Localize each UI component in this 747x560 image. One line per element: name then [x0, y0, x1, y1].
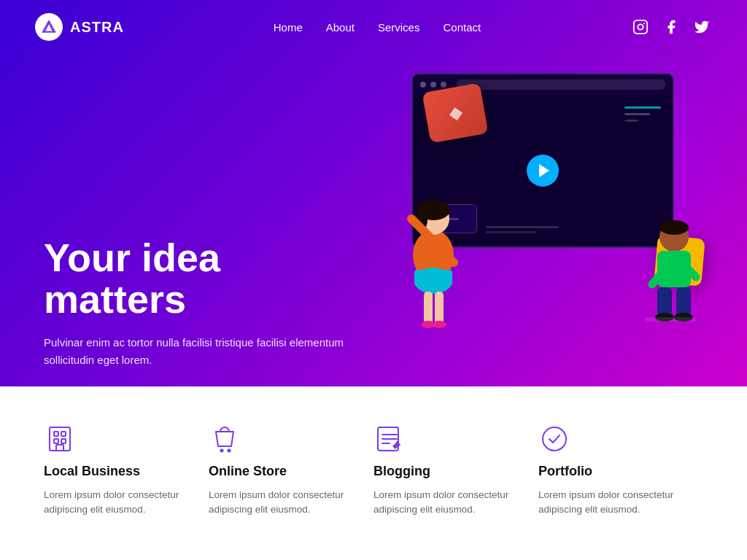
facebook-icon[interactable] — [661, 17, 681, 37]
browser-dot-2 — [430, 82, 436, 88]
svg-rect-30 — [54, 439, 58, 443]
feature-desc-0: Lorem ipsum dolor consectetur adipiscing… — [44, 488, 194, 518]
play-button — [527, 155, 559, 187]
building-icon — [44, 423, 76, 455]
feature-title-0: Local Business — [44, 464, 194, 479]
floating-image-card — [422, 83, 489, 144]
logo-text: ASTRA — [70, 19, 124, 36]
svg-rect-27 — [50, 427, 70, 451]
svg-point-33 — [221, 450, 223, 452]
svg-rect-12 — [435, 292, 444, 324]
browser-dot-1 — [420, 82, 426, 88]
check-circle-icon — [538, 423, 570, 455]
character-woman — [390, 168, 484, 357]
feature-desc-3: Lorem ipsum dolor consectetur adipiscing… — [538, 488, 689, 518]
svg-point-39 — [543, 427, 566, 451]
feature-desc-2: Lorem ipsum dolor consectetur adipiscing… — [374, 488, 524, 518]
svg-point-18 — [659, 220, 689, 235]
nav-contact[interactable]: Contact — [443, 21, 481, 34]
nav-home[interactable]: Home — [274, 21, 303, 34]
browser-url-bar — [457, 79, 665, 90]
svg-point-34 — [228, 450, 231, 452]
svg-rect-2 — [634, 20, 647, 34]
feature-title-3: Portfolio — [538, 464, 689, 479]
feature-card-online-store: Online Store Lorem ipsum dolor consectet… — [209, 423, 374, 518]
svg-rect-11 — [424, 292, 433, 324]
browser-lines — [624, 106, 661, 122]
logo-area: ASTRA — [35, 13, 124, 41]
nav-services[interactable]: Services — [378, 21, 420, 34]
twitter-icon[interactable] — [692, 17, 712, 37]
browser-dot-3 — [441, 82, 446, 88]
svg-rect-28 — [54, 432, 58, 436]
svg-rect-31 — [61, 439, 66, 443]
logo-icon — [35, 13, 63, 41]
browser-line-2 — [624, 113, 650, 115]
instagram-icon[interactable] — [630, 17, 651, 37]
svg-rect-29 — [61, 432, 66, 436]
hero-title: Your idea matters — [44, 237, 350, 319]
character-man — [623, 204, 711, 365]
svg-rect-20 — [657, 287, 672, 316]
feature-card-portfolio: Portfolio Lorem ipsum dolor consectetur … — [538, 423, 703, 518]
feature-title-1: Online Store — [209, 464, 359, 479]
header: ASTRA Home About Services Contact — [0, 0, 747, 54]
svg-rect-21 — [676, 287, 691, 316]
social-icons — [630, 17, 712, 37]
edit-icon — [374, 423, 406, 455]
feature-card-blogging: Blogging Lorem ipsum dolor consectetur a… — [374, 423, 538, 518]
svg-rect-26 — [645, 317, 696, 322]
svg-rect-32 — [56, 445, 63, 451]
svg-point-3 — [638, 24, 643, 29]
main-nav: Home About Services Contact — [274, 21, 481, 34]
nav-about[interactable]: About — [326, 21, 355, 34]
browser-text-lines — [486, 226, 559, 233]
features-section: Local Business Lorem ipsum dolor consect… — [0, 386, 747, 560]
hero-subtitle: Pulvinar enim ac tortor nulla facilisi t… — [44, 334, 350, 369]
browser-line-1 — [624, 106, 661, 109]
svg-rect-10 — [414, 270, 452, 286]
hero-illustration — [368, 44, 725, 372]
shopping-bag-icon — [209, 423, 241, 455]
feature-card-local-business: Local Business Lorem ipsum dolor consect… — [44, 423, 209, 518]
browser-dot-btn — [624, 120, 639, 122]
svg-point-4 — [643, 23, 645, 24]
feature-desc-1: Lorem ipsum dolor consectetur adipiscing… — [209, 488, 359, 518]
feature-title-2: Blogging — [374, 464, 524, 479]
svg-point-14 — [432, 321, 446, 328]
